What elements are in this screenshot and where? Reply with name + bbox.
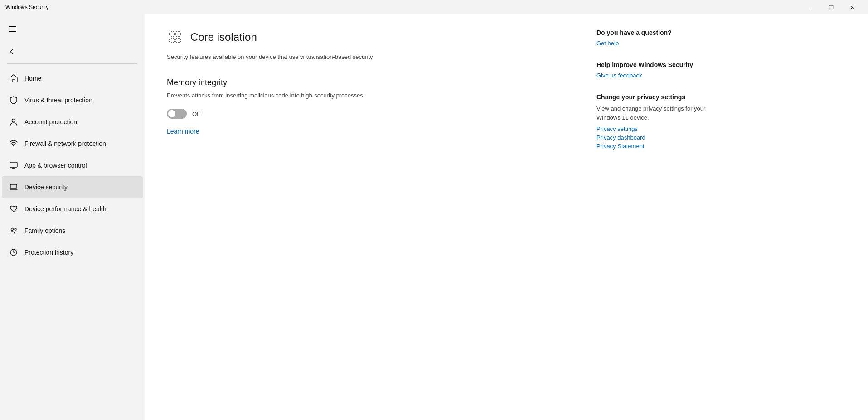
hamburger-line-2 xyxy=(9,29,16,29)
privacy-section: Change your privacy settings View and ch… xyxy=(596,93,723,150)
sidebar-item-home-label: Home xyxy=(24,75,41,82)
sidebar-item-virus-label: Virus & threat protection xyxy=(24,97,92,104)
hamburger-button[interactable] xyxy=(4,20,22,38)
privacy-desc: View and change privacy settings for you… xyxy=(596,104,723,122)
svg-point-4 xyxy=(11,228,14,231)
page-subtitle: Security features available on your devi… xyxy=(167,53,575,62)
improve-heading: Help improve Windows Security xyxy=(596,61,723,68)
sidebar: Home Virus & threat protection xyxy=(0,14,145,420)
sidebar-item-appbrowser-label: App & browser control xyxy=(24,162,87,169)
minimize-button[interactable]: – xyxy=(800,0,821,14)
people-icon xyxy=(9,226,18,235)
sidebar-item-history[interactable]: Protection history xyxy=(2,241,143,263)
shield-icon xyxy=(9,96,18,105)
back-icon xyxy=(8,48,15,55)
sidebar-item-appbrowser[interactable]: App & browser control xyxy=(2,154,143,176)
sidebar-item-devicesecurity[interactable]: Device security xyxy=(2,176,143,198)
sidebar-item-account[interactable]: Account protection xyxy=(2,111,143,133)
sidebar-item-firewall-label: Firewall & network protection xyxy=(24,140,106,147)
toggle-row: Off xyxy=(167,109,575,119)
sidebar-item-devicehealth-label: Device performance & health xyxy=(24,205,107,212)
monitor-icon xyxy=(9,161,18,170)
svg-rect-2 xyxy=(10,162,17,167)
sidebar-item-family[interactable]: Family options xyxy=(2,220,143,241)
learn-more-link[interactable]: Learn more xyxy=(167,128,199,135)
sidebar-item-firewall[interactable]: Firewall & network protection xyxy=(2,133,143,154)
page-header: Core isolation xyxy=(167,29,575,45)
svg-rect-8 xyxy=(176,32,180,36)
privacy-heading: Change your privacy settings xyxy=(596,93,723,101)
page-title: Core isolation xyxy=(190,31,257,43)
svg-point-1 xyxy=(13,145,14,146)
sidebar-item-devicehealth[interactable]: Device performance & health xyxy=(2,198,143,220)
privacy-settings-link[interactable]: Privacy settings xyxy=(596,126,723,132)
maximize-button[interactable]: ❐ xyxy=(821,0,842,14)
svg-rect-10 xyxy=(176,38,180,43)
sidebar-item-home[interactable]: Home xyxy=(2,68,143,89)
core-isolation-icon xyxy=(167,29,183,45)
hamburger-line-3 xyxy=(9,31,16,32)
svg-rect-3 xyxy=(10,184,17,188)
hamburger-line-1 xyxy=(9,26,16,27)
app-body: Home Virus & threat protection xyxy=(0,14,868,420)
svg-point-5 xyxy=(15,228,16,230)
back-button[interactable] xyxy=(4,43,20,60)
sidebar-divider xyxy=(7,63,137,64)
sidebar-item-virus[interactable]: Virus & threat protection xyxy=(2,89,143,111)
main-content: Core isolation Security features availab… xyxy=(145,14,868,420)
wifi-icon xyxy=(9,139,18,148)
improve-section: Help improve Windows Security Give us fe… xyxy=(596,61,723,79)
toggle-label: Off xyxy=(192,111,200,117)
sidebar-nav: Home Virus & threat protection xyxy=(0,68,145,263)
person-icon xyxy=(9,117,18,126)
window-controls: – ❐ ✕ xyxy=(800,0,863,14)
get-help-link[interactable]: Get help xyxy=(596,40,723,47)
sidebar-item-history-label: Protection history xyxy=(24,249,73,256)
feedback-link[interactable]: Give us feedback xyxy=(596,72,723,79)
question-section: Do you have a question? Get help xyxy=(596,29,723,47)
sidebar-item-account-label: Account protection xyxy=(24,118,77,126)
close-button[interactable]: ✕ xyxy=(842,0,863,14)
title-bar: Windows Security – ❐ ✕ xyxy=(0,0,868,14)
home-icon xyxy=(9,74,18,83)
memory-integrity-desc: Prevents attacks from inserting maliciou… xyxy=(167,91,575,100)
privacy-dashboard-link[interactable]: Privacy dashboard xyxy=(596,134,723,141)
svg-rect-9 xyxy=(170,38,174,43)
question-heading: Do you have a question? xyxy=(596,29,723,36)
app-title: Windows Security xyxy=(5,4,48,10)
sidebar-item-devicesecurity-label: Device security xyxy=(24,183,68,191)
svg-rect-7 xyxy=(170,32,174,36)
content-left: Core isolation Security features availab… xyxy=(167,29,575,406)
clock-icon xyxy=(9,248,18,257)
memory-integrity-title: Memory integrity xyxy=(167,78,575,87)
toggle-thumb xyxy=(168,110,175,117)
memory-integrity-toggle[interactable] xyxy=(167,109,187,119)
svg-point-0 xyxy=(12,119,15,122)
laptop-icon xyxy=(9,183,18,192)
privacy-statement-link[interactable]: Privacy Statement xyxy=(596,143,723,150)
content-right: Do you have a question? Get help Help im… xyxy=(596,29,723,406)
sidebar-item-family-label: Family options xyxy=(24,227,65,234)
heart-icon xyxy=(9,204,18,213)
